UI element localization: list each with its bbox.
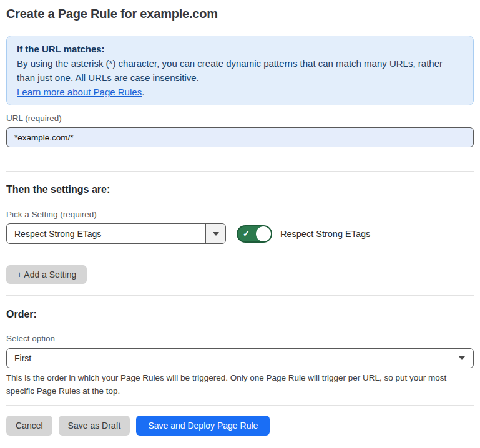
order-select[interactable]: First bbox=[6, 348, 474, 368]
check-icon: ✓ bbox=[243, 230, 250, 238]
url-match-info-box: If the URL matches: By using the asteris… bbox=[6, 36, 474, 105]
setting-row: Respect Strong ETags ✓ Respect Strong ET… bbox=[6, 223, 474, 244]
save-and-deploy-button[interactable]: Save and Deploy Page Rule bbox=[136, 416, 270, 436]
url-field-label: URL (required) bbox=[6, 114, 474, 124]
save-as-draft-button[interactable]: Save as Draft bbox=[59, 416, 130, 436]
divider bbox=[6, 171, 474, 172]
url-input[interactable] bbox=[6, 127, 474, 147]
order-select-value: First bbox=[14, 353, 31, 363]
divider bbox=[6, 405, 474, 406]
chevron-down-icon bbox=[213, 232, 219, 236]
pick-setting-label: Pick a Setting (required) bbox=[6, 210, 474, 220]
page-title: Create a Page Rule for example.com bbox=[6, 6, 474, 21]
respect-strong-etags-toggle[interactable]: ✓ bbox=[237, 225, 272, 243]
setting-select-value: Respect Strong ETags bbox=[7, 224, 205, 243]
toggle-knob bbox=[256, 226, 271, 241]
footer-actions: Cancel Save as Draft Save and Deploy Pag… bbox=[6, 416, 474, 436]
order-section-heading: Order: bbox=[6, 308, 474, 321]
order-select-label: Select option bbox=[6, 334, 474, 344]
setting-select[interactable]: Respect Strong ETags bbox=[6, 223, 226, 244]
order-help-text: This is the order in which your Page Rul… bbox=[6, 371, 474, 397]
divider bbox=[6, 295, 474, 296]
cancel-button[interactable]: Cancel bbox=[6, 416, 52, 436]
setting-select-arrow-button[interactable] bbox=[205, 224, 225, 243]
chevron-down-icon bbox=[459, 356, 465, 360]
page-rule-form: Create a Page Rule for example.com If th… bbox=[0, 0, 480, 436]
add-setting-button[interactable]: + Add a Setting bbox=[6, 265, 87, 284]
learn-more-link[interactable]: Learn more about Page Rules bbox=[17, 87, 142, 97]
settings-section-heading: Then the settings are: bbox=[6, 183, 474, 196]
info-box-body: By using the asterisk (*) character, you… bbox=[17, 56, 463, 85]
toggle-label: Respect Strong ETags bbox=[280, 229, 370, 239]
link-suffix: . bbox=[142, 87, 144, 97]
info-box-link-line: Learn more about Page Rules. bbox=[17, 85, 463, 99]
info-box-heading: If the URL matches: bbox=[17, 42, 463, 56]
